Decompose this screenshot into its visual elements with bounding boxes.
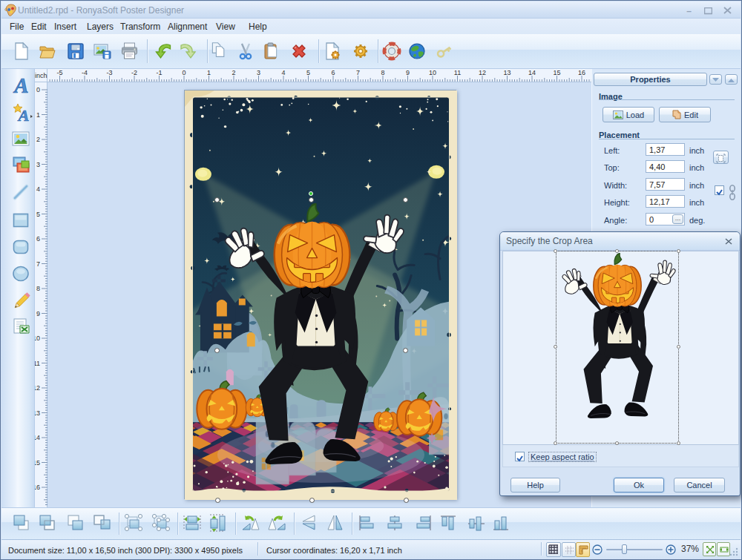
svg-text:1: 1 — [207, 69, 211, 76]
svg-text:3: 3 — [36, 161, 40, 168]
svg-text:14: 14 — [35, 434, 40, 441]
svg-text:-4: -4 — [82, 69, 88, 76]
svg-text:10: 10 — [35, 335, 40, 342]
svg-text:9: 9 — [36, 310, 40, 317]
svg-text:5: 5 — [36, 211, 40, 218]
svg-text:8: 8 — [36, 285, 40, 292]
svg-text:-3: -3 — [106, 69, 112, 76]
svg-text:12: 12 — [479, 69, 486, 76]
svg-text:5: 5 — [306, 69, 310, 76]
svg-text:15: 15 — [35, 459, 40, 467]
svg-text:16: 16 — [578, 69, 585, 76]
svg-text:15: 15 — [553, 69, 560, 76]
svg-text:1: 1 — [36, 111, 40, 119]
svg-text:13: 13 — [503, 69, 510, 76]
svg-text:2: 2 — [36, 136, 40, 143]
svg-text:16: 16 — [35, 484, 40, 491]
svg-text:12: 12 — [35, 384, 40, 392]
svg-text:14: 14 — [528, 69, 536, 76]
svg-text:6: 6 — [36, 235, 40, 243]
svg-text:-5: -5 — [56, 69, 62, 76]
svg-text:3: 3 — [257, 69, 260, 76]
svg-text:11: 11 — [35, 360, 40, 367]
svg-text:9: 9 — [406, 69, 410, 76]
svg-text:7: 7 — [356, 69, 360, 76]
svg-text:4: 4 — [281, 69, 285, 76]
svg-text:13: 13 — [35, 409, 40, 417]
svg-text:10: 10 — [429, 69, 436, 76]
svg-text:-2: -2 — [131, 69, 137, 76]
svg-text:A: A — [13, 73, 28, 97]
svg-text:4: 4 — [36, 185, 40, 193]
svg-text:6: 6 — [331, 69, 335, 76]
svg-text:7: 7 — [36, 260, 40, 268]
svg-text:8: 8 — [381, 69, 384, 76]
svg-text:-1: -1 — [156, 69, 162, 76]
svg-text:0: 0 — [36, 86, 40, 93]
svg-text:0: 0 — [182, 69, 186, 76]
svg-text:A: A — [17, 106, 30, 125]
svg-text:2: 2 — [232, 69, 235, 76]
svg-text:11: 11 — [454, 69, 461, 76]
